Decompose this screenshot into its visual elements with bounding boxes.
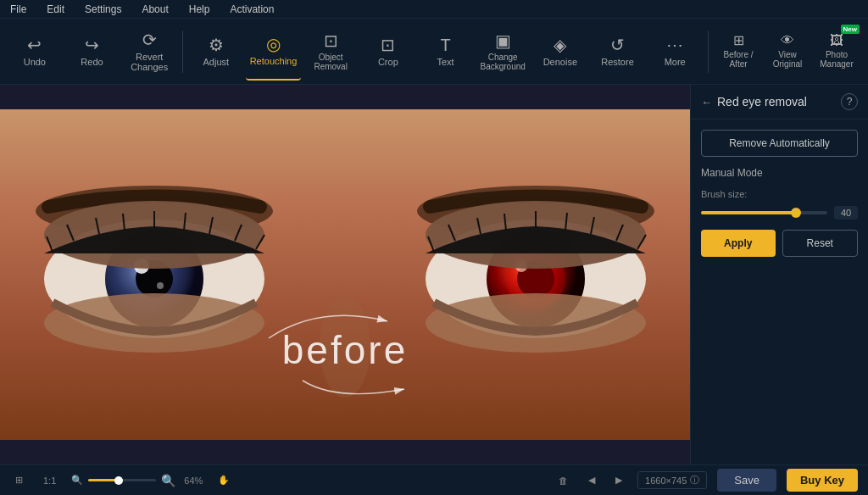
remove-automatically-button[interactable]: Remove Automatically xyxy=(701,130,858,157)
panel-header: ← Red eye removal ? xyxy=(691,85,868,120)
prev-button[interactable]: ◀ xyxy=(583,473,600,487)
denoise-button[interactable]: ◈ Denoise xyxy=(532,23,588,81)
zoom-slider-thumb[interactable] xyxy=(114,476,123,485)
brush-slider-row: 40 xyxy=(701,206,858,220)
statusbar: ⊞ 1:1 🔍 🔍 64% ✋ 🗑 ◀ ▶ 1660×745 ⓘ Save Bu… xyxy=(0,464,868,495)
menu-edit[interactable]: Edit xyxy=(43,2,68,17)
buy-key-button[interactable]: Buy Key xyxy=(787,469,858,492)
change-bg-button[interactable]: ▣ Change Background xyxy=(475,23,531,81)
undo-button[interactable]: ↩ Undo xyxy=(7,23,63,81)
next-button[interactable]: ▶ xyxy=(610,473,627,487)
text-icon: T xyxy=(440,36,450,53)
restore-button[interactable]: ↺ Restore xyxy=(590,23,646,81)
separator-2 xyxy=(708,31,709,73)
retouching-icon: ◎ xyxy=(266,36,281,53)
svg-text:before: before xyxy=(282,328,408,372)
pan-button[interactable]: ✋ xyxy=(213,473,235,487)
svg-point-18 xyxy=(426,293,646,353)
before-after-button[interactable]: ⊞ Before / After xyxy=(714,23,763,81)
undo-icon: ↩ xyxy=(27,36,42,53)
separator xyxy=(182,31,183,73)
denoise-icon: ◈ xyxy=(554,36,566,53)
zoom-level: 64% xyxy=(184,476,203,486)
photo-container: before xyxy=(0,109,690,440)
svg-point-11 xyxy=(44,293,264,353)
revert-button[interactable]: ⟳ Revert Changes xyxy=(121,23,177,81)
main-area: before ← Red eye removal ? Rem xyxy=(0,85,868,464)
adjust-icon: ⚙ xyxy=(209,36,224,53)
zoom-slider-track[interactable] xyxy=(88,479,156,481)
zoom-out-icon[interactable]: 🔍 xyxy=(71,475,83,486)
info-icon: ⓘ xyxy=(690,474,699,487)
menubar: File Edit Settings About Help Activation xyxy=(0,0,868,19)
trash-icon: 🗑 xyxy=(559,476,568,486)
more-button[interactable]: ⋯ More xyxy=(647,23,703,81)
zoom-control: 🔍 🔍 64% xyxy=(71,474,203,487)
new-badge: New xyxy=(841,25,860,34)
redo-icon: ↪ xyxy=(85,36,99,53)
action-buttons: Apply Reset xyxy=(701,230,858,257)
adjust-button[interactable]: ⚙ Adjust xyxy=(188,23,244,81)
menu-settings[interactable]: Settings xyxy=(81,2,125,17)
brush-size-control: Brush size: 40 xyxy=(701,189,858,220)
brush-slider-fill xyxy=(701,211,796,214)
menu-activation[interactable]: Activation xyxy=(226,2,277,17)
ratio-button[interactable]: 1:1 xyxy=(38,474,61,487)
crop-button[interactable]: ⊡ Crop xyxy=(360,23,416,81)
prev-icon: ◀ xyxy=(588,475,595,486)
crop-icon: ⊡ xyxy=(381,36,395,53)
panel-content: Remove Automatically Manual Mode Brush s… xyxy=(691,120,868,267)
reset-button[interactable]: Reset xyxy=(782,230,859,257)
retouching-button[interactable]: ◎ Retouching xyxy=(246,23,302,81)
more-icon: ⋯ xyxy=(666,36,683,53)
panel-help-button[interactable]: ? xyxy=(841,93,858,110)
before-after-icon: ⊞ xyxy=(733,34,744,47)
fit-screen-button[interactable]: ⊞ xyxy=(10,473,28,487)
manual-mode-section: Manual Mode xyxy=(701,167,858,179)
right-tools: ⊞ Before / After 👁 View Original New 🖼 P… xyxy=(714,23,861,81)
panel-back-button[interactable]: ← Red eye removal xyxy=(701,95,807,108)
text-button[interactable]: T Text xyxy=(418,23,474,81)
dimensions-display: 1660×745 ⓘ xyxy=(637,471,707,489)
canvas-area[interactable]: before xyxy=(0,85,690,464)
toolbar: ↩ Undo ↪ Redo ⟳ Revert Changes ⚙ Adjust … xyxy=(0,19,868,85)
object-removal-icon: ⊡ xyxy=(324,32,338,49)
save-button[interactable]: Save xyxy=(717,469,776,492)
redo-button[interactable]: ↪ Redo xyxy=(64,23,120,81)
menu-file[interactable]: File xyxy=(7,2,30,17)
photo-canvas: before xyxy=(0,109,690,440)
photo-manager-button[interactable]: New 🖼 Photo Manager xyxy=(812,23,861,81)
delete-button[interactable]: 🗑 xyxy=(554,474,573,487)
fit-screen-icon: ⊞ xyxy=(15,475,23,486)
view-original-icon: 👁 xyxy=(781,34,794,47)
view-original-button[interactable]: 👁 View Original xyxy=(763,23,812,81)
back-arrow-icon: ← xyxy=(701,96,712,108)
pan-icon: ✋ xyxy=(218,475,230,486)
menu-help[interactable]: Help xyxy=(186,2,214,17)
right-panel: ← Red eye removal ? Remove Automatically… xyxy=(690,85,868,464)
menu-about[interactable]: About xyxy=(138,2,171,17)
apply-button[interactable]: Apply xyxy=(701,230,776,257)
object-removal-button[interactable]: ⊡ Object Removal xyxy=(303,23,359,81)
zoom-in-icon[interactable]: 🔍 xyxy=(161,474,175,487)
brush-value: 40 xyxy=(834,206,858,220)
brush-slider-track[interactable] xyxy=(701,211,827,214)
next-icon: ▶ xyxy=(615,475,622,486)
brush-slider-thumb[interactable] xyxy=(791,208,801,218)
photo-manager-icon: 🖼 xyxy=(830,34,843,47)
restore-icon: ↺ xyxy=(610,36,625,53)
revert-icon: ⟳ xyxy=(142,31,157,48)
change-bg-icon: ▣ xyxy=(495,32,511,49)
svg-point-9 xyxy=(157,282,164,289)
